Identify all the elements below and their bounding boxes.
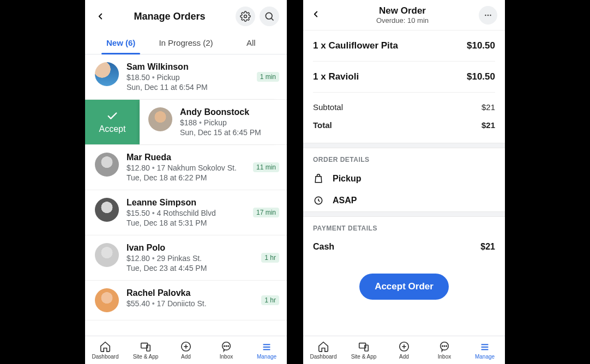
tab-all[interactable]: All [219,31,284,54]
bottom-nav: Dashboard Site & App Add Inbox Manage [85,336,287,364]
nav-inbox[interactable]: Inbox [206,336,246,364]
tabs: New (6) In Progress (2) All [85,31,287,54]
check-icon [106,110,118,122]
back-button[interactable] [93,9,108,24]
accept-swipe-button[interactable]: Accept [85,100,140,144]
order-meta: $12.8017 Nakhum Sokolov St. [127,163,250,172]
nav-site-app[interactable]: Site & App [344,336,384,364]
tab-in-progress[interactable]: In Progress (2) [153,31,218,54]
nav-dashboard[interactable]: Dashboard [303,336,344,364]
nav-add[interactable]: Add [166,336,206,364]
devices-icon [140,341,152,353]
plus-circle-icon [398,341,410,353]
menu-icon [479,341,491,353]
nav-inbox[interactable]: Inbox [424,336,465,364]
section-gap [303,211,505,217]
line-price: $10.50 [467,40,495,51]
order-meta: $18.50Pickup [127,73,254,82]
customer-name: Rachel Palovka [127,288,258,298]
bottom-nav: Dashboard Site & App Add Inbox Manage [303,336,505,364]
totals: Subtotal $21 Total $21 [303,93,505,143]
age-badge: 1 hr [261,295,279,305]
nav-site-app[interactable]: Site & App [125,336,166,364]
order-row[interactable]: Ivan Polo $12.8029 Pinkas St. Tue, Dec 2… [85,235,287,281]
nav-manage[interactable]: Manage [465,336,505,364]
order-body: Rachel Palovka $55.4017 Doniicto St. [127,288,258,309]
home-icon [99,341,111,353]
devices-icon [358,341,370,353]
order-body: Leanne Simpson $15.504 Rothschild Blvd T… [127,198,250,227]
line-price: $10.50 [467,71,495,82]
back-button[interactable] [311,9,326,21]
order-time: Sun, Dec 11 at 6:54 PM [127,83,254,92]
order-row[interactable]: Leanne Simpson $15.504 Rothschild Blvd T… [85,190,287,235]
avatar [95,198,119,222]
plus-circle-icon [180,341,192,353]
svg-point-1 [266,13,272,19]
avatar [95,243,119,267]
bag-icon [313,173,324,184]
customer-name: Ivan Polo [127,243,258,253]
orders-list[interactable]: Sam Wilkinson $18.50Pickup Sun, Dec 11 a… [85,54,287,364]
header: Manage Orders [85,0,287,31]
menu-icon [261,341,273,353]
svg-point-9 [224,345,225,346]
nav-manage[interactable]: Manage [246,336,287,364]
payment-details-title: PAYMENT DETAILS [303,217,505,236]
more-button[interactable] [479,6,497,25]
order-row[interactable]: Sam Wilkinson $18.50Pickup Sun, Dec 11 a… [85,54,287,100]
nav-add[interactable]: Add [384,336,424,364]
order-body-wrap: Andy Boonstock $188Pickup Sun, Dec 15 at… [140,100,279,144]
order-time: Sun, Dec 15 at 6:45 PM [180,128,279,137]
age-badge: 1 min [257,72,279,82]
order-meta: $15.504 Rothschild Blvd [127,209,250,217]
order-body: Andy Boonstock $188Pickup Sun, Dec 15 at… [180,107,279,137]
order-detail-screen: New Order Overdue: 10 min 1 x Cauliflowe… [303,0,505,364]
detail-asap: ASAP [303,190,505,211]
line-items: 1 x Cauliflower Pita $10.50 1 x Ravioli … [303,31,505,93]
avatar [95,153,119,177]
svg-point-15 [485,14,486,15]
order-row[interactable]: Rachel Palovka $55.4017 Doniicto St. 1 h… [85,281,287,320]
nav-dashboard[interactable]: Dashboard [85,336,125,364]
order-body: Ivan Polo $12.8029 Pinkas St. Tue, Dec 2… [127,243,258,272]
detail-pickup: Pickup [303,168,505,190]
svg-point-10 [226,345,226,346]
customer-name: Sam Wilkinson [127,62,254,72]
settings-button[interactable] [236,7,255,26]
total-row: Total $21 [313,116,495,134]
chevron-left-icon [95,11,105,21]
page-title: Manage Orders [108,11,231,22]
chat-icon [438,341,450,353]
page-subtitle: Overdue: 10 min [326,16,479,25]
order-body: Mar Rueda $12.8017 Nakhum Sokolov St. Tu… [127,153,250,182]
chat-icon [220,341,232,353]
customer-name: Andy Boonstock [180,107,279,117]
order-time: Tue, Dec 18 at 5:31 PM [127,219,250,227]
svg-point-16 [487,14,489,15]
order-row[interactable]: Mar Rueda $12.8017 Nakhum Sokolov St. Tu… [85,145,287,190]
title-wrap: New Order Overdue: 10 min [326,5,479,25]
svg-point-25 [442,345,443,346]
svg-point-11 [228,345,228,346]
order-time: Tue, Dec 18 at 6:22 PM [127,173,250,182]
customer-name: Leanne Simpson [127,198,250,208]
accept-order-button[interactable]: Accept Order [359,274,449,300]
svg-line-2 [272,19,274,21]
payment-row: Cash $21 [303,236,505,262]
order-row[interactable]: Accept Andy Boonstock $188Pickup Sun, De… [85,100,287,145]
section-gap [303,143,505,148]
avatar [95,288,119,312]
order-details-title: ORDER DETAILS [303,148,505,168]
order-meta: $55.4017 Doniicto St. [127,299,258,308]
svg-point-26 [444,345,444,346]
subtotal-row: Subtotal $21 [313,98,495,116]
search-button[interactable] [260,7,279,26]
tab-new[interactable]: New (6) [88,31,153,54]
page-title: New Order [326,5,479,16]
order-meta: $12.8029 Pinkas St. [127,254,258,263]
avatar [148,107,172,131]
order-time: Tue, Dec 23 at 4:45 PM [127,264,258,272]
line-item: 1 x Ravioli $10.50 [313,62,495,93]
header: New Order Overdue: 10 min [303,0,505,31]
